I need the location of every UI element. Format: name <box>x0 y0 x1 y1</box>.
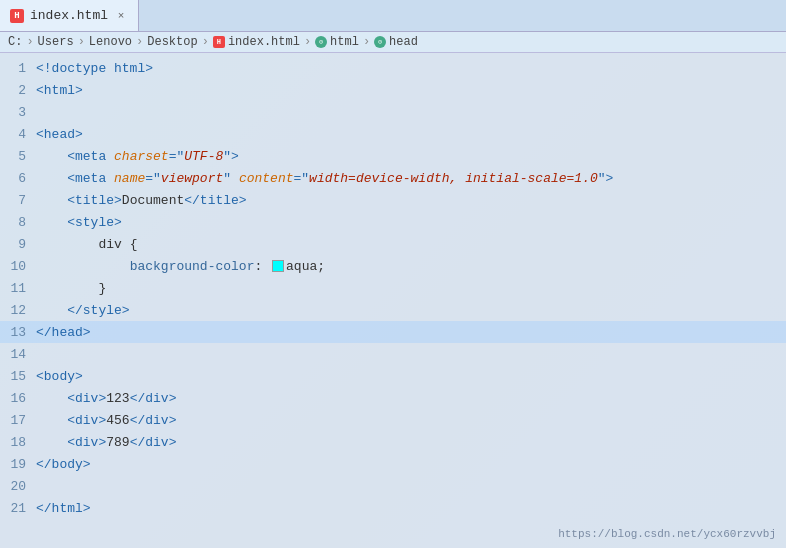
line-number: 21 <box>0 501 36 516</box>
text-token: : <box>254 259 270 274</box>
line-content: <style> <box>36 215 122 230</box>
breadcrumb-users: Users <box>38 35 74 49</box>
code-line: 12 </style> <box>0 299 786 321</box>
indent-token <box>36 303 67 318</box>
line-number: 19 <box>0 457 36 472</box>
text-token: div { <box>98 237 137 252</box>
code-line: 3 <box>0 101 786 123</box>
tag-token: </body> <box>36 457 91 472</box>
breadcrumb-lenovo: Lenovo <box>89 35 132 49</box>
text-token: 789 <box>106 435 129 450</box>
indent-token <box>36 149 67 164</box>
tag-token: </head> <box>36 325 91 340</box>
indent-token <box>36 215 67 230</box>
tag-token: " <box>223 171 239 186</box>
line-content: <meta name="viewport" content="width=dev… <box>36 171 613 186</box>
code-line: 18 <div>789</div> <box>0 431 786 453</box>
text-token: aqua; <box>286 259 325 274</box>
code-editor[interactable]: 1<!doctype html>2<html>34<head>5 <meta c… <box>0 53 786 548</box>
breadcrumb-head: head <box>389 35 418 49</box>
code-line: 7 <title>Document</title> <box>0 189 786 211</box>
tab-bar: H index.html × <box>0 0 786 32</box>
line-number: 16 <box>0 391 36 406</box>
tag-token: </html> <box>36 501 91 516</box>
line-content: <title>Document</title> <box>36 193 247 208</box>
line-content: <meta charset="UTF-8"> <box>36 149 239 164</box>
tag-token: =" <box>294 171 310 186</box>
line-content: </style> <box>36 303 130 318</box>
code-line: 1<!doctype html> <box>0 57 786 79</box>
code-line: 9 div { <box>0 233 786 255</box>
breadcrumb-indexhtml: index.html <box>228 35 300 49</box>
tag-token: </style> <box>67 303 129 318</box>
line-number: 12 <box>0 303 36 318</box>
line-number: 18 <box>0 435 36 450</box>
tag-token: <meta <box>67 149 114 164</box>
text-token: Document <box>122 193 184 208</box>
line-content: <div>123</div> <box>36 391 176 406</box>
tag-token: </div> <box>130 435 177 450</box>
watermark: https://blog.csdn.net/ycx60rzvvbj <box>558 528 776 540</box>
indent-token <box>36 413 67 428</box>
attr-name-token: content <box>239 171 294 186</box>
text-token: } <box>98 281 106 296</box>
line-content: <head> <box>36 127 83 142</box>
text-token: 123 <box>106 391 129 406</box>
line-content: <div>456</div> <box>36 413 176 428</box>
line-number: 6 <box>0 171 36 186</box>
indent-token <box>36 193 67 208</box>
code-line: 15<body> <box>0 365 786 387</box>
breadcrumb-c: C: <box>8 35 22 49</box>
line-content: <!doctype html> <box>36 61 153 76</box>
tag-token: =" <box>145 171 161 186</box>
breadcrumb-html-icon: H <box>213 36 225 48</box>
breadcrumb-sep-4: › <box>202 35 209 49</box>
breadcrumb-desktop: Desktop <box>147 35 197 49</box>
breadcrumb-html-node: html <box>330 35 359 49</box>
code-line: 20 <box>0 475 786 497</box>
indent-token <box>36 391 67 406</box>
tag-token: <div> <box>67 413 106 428</box>
line-number: 3 <box>0 105 36 120</box>
indent-token <box>36 435 67 450</box>
text-token: 456 <box>106 413 129 428</box>
indent-token <box>36 281 98 296</box>
tag-token: <div> <box>67 391 106 406</box>
code-line: 8 <style> <box>0 211 786 233</box>
tab-close-button[interactable]: × <box>114 9 128 23</box>
line-number: 2 <box>0 83 36 98</box>
line-number: 11 <box>0 281 36 296</box>
line-content: div { <box>36 237 137 252</box>
code-line: 19</body> <box>0 453 786 475</box>
property-token: background-color <box>130 259 255 274</box>
line-content: </html> <box>36 501 91 516</box>
color-swatch <box>272 260 284 272</box>
code-line: 5 <meta charset="UTF-8"> <box>0 145 786 167</box>
code-line: 17 <div>456</div> <box>0 409 786 431</box>
line-content: <html> <box>36 83 83 98</box>
line-number: 15 <box>0 369 36 384</box>
line-number: 14 <box>0 347 36 362</box>
line-content: </head> <box>36 325 91 340</box>
attr-value-token: width=device-width, initial-scale=1.0 <box>309 171 598 186</box>
line-number: 7 <box>0 193 36 208</box>
file-type-icon: H <box>10 9 24 23</box>
tag-token: </title> <box>184 193 246 208</box>
attr-value-token: viewport <box>161 171 223 186</box>
line-number: 9 <box>0 237 36 252</box>
indent-token <box>36 259 130 274</box>
tag-token: <html> <box>36 83 83 98</box>
line-number: 13 <box>0 325 36 340</box>
breadcrumb-sep-6: › <box>363 35 370 49</box>
line-number: 8 <box>0 215 36 230</box>
line-number: 10 <box>0 259 36 274</box>
line-number: 20 <box>0 479 36 494</box>
editor-container: H index.html × C: › Users › Lenovo › Des… <box>0 0 786 548</box>
tag-token: <div> <box>67 435 106 450</box>
code-line: 4<head> <box>0 123 786 145</box>
indent-token <box>36 237 98 252</box>
line-number: 1 <box>0 61 36 76</box>
code-line: 14 <box>0 343 786 365</box>
tag-token: <style> <box>67 215 122 230</box>
editor-tab[interactable]: H index.html × <box>0 0 139 31</box>
